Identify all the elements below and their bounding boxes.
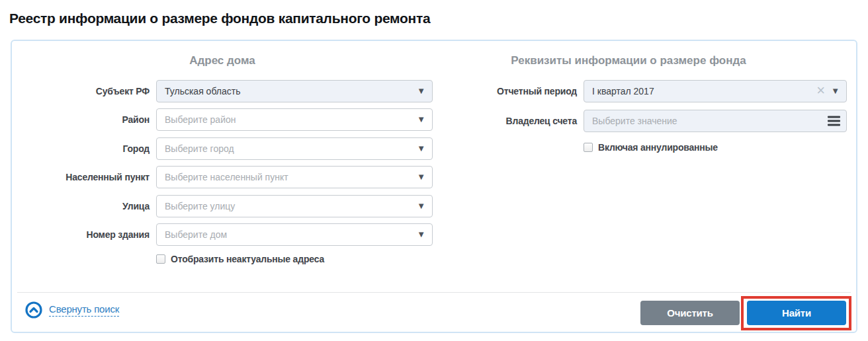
chevron-down-icon[interactable]: ▼	[417, 172, 425, 181]
chevron-down-icon[interactable]: ▼	[417, 144, 425, 153]
street-placeholder: Выберите улицу	[165, 201, 235, 211]
include-annulled-label: Включая аннулированные	[598, 142, 718, 153]
chevron-down-icon[interactable]: ▼	[417, 202, 425, 210]
clear-button[interactable]: Очистить	[640, 301, 740, 325]
account-owner-label: Владелец счета	[435, 116, 584, 126]
settlement-placeholder: Выберите населенный пункт	[165, 172, 288, 182]
collapse-search-label[interactable]: Свернуть поиск	[49, 303, 119, 317]
chevron-up-circle-icon[interactable]	[25, 301, 42, 319]
row-report-period: Отчетный период I квартал 2017 × ▼	[435, 80, 852, 102]
building-number-label: Номер здания	[12, 229, 156, 240]
include-annulled-checkbox[interactable]: Включая аннулированные	[584, 142, 718, 153]
row-subject-rf: Субъект РФ Тульская область ▼	[12, 80, 449, 102]
account-owner-dropdown[interactable]: Выберите значение	[584, 110, 847, 132]
row-building-number: Номер здания Выберите дом ▼	[12, 223, 449, 246]
settlement-dropdown[interactable]: Выберите населенный пункт ▼	[156, 166, 433, 188]
district-placeholder: Выберите район	[165, 114, 236, 125]
row-account-owner: Владелец счета Выберите значение	[435, 110, 852, 132]
report-period-dropdown[interactable]: I квартал 2017 × ▼	[584, 80, 847, 102]
address-section-title: Адрес дома	[12, 54, 433, 67]
chevron-down-icon[interactable]: ▼	[417, 87, 425, 95]
chevron-down-icon[interactable]: ▼	[831, 87, 840, 95]
collapse-search-link[interactable]: Свернуть поиск	[25, 301, 119, 319]
row-city: Город Выберите город ▼	[12, 137, 449, 160]
row-settlement: Населенный пункт Выберите населенный пун…	[12, 166, 449, 188]
hamburger-menu-icon[interactable]	[828, 116, 840, 126]
subject-rf-dropdown[interactable]: Тульская область ▼	[156, 80, 433, 102]
checkbox-icon[interactable]	[584, 143, 593, 152]
subject-rf-value: Тульская область	[165, 86, 240, 96]
city-placeholder: Выберите город	[165, 143, 234, 154]
chevron-down-icon[interactable]: ▼	[417, 230, 425, 239]
city-dropdown[interactable]: Выберите город ▼	[156, 137, 433, 160]
checkbox-icon[interactable]	[156, 254, 165, 264]
show-inactive-addresses-checkbox[interactable]: Отобразить неактуальные адреса	[156, 254, 324, 264]
fund-section-title: Реквизиты информации о размере фонда	[435, 54, 822, 67]
search-button[interactable]: Найти	[747, 301, 846, 325]
show-inactive-addresses-label: Отобразить неактуальные адреса	[171, 254, 324, 264]
page-title: Реестр информации о размере фондов капит…	[9, 11, 430, 26]
row-district: Район Выберите район ▼	[12, 108, 449, 131]
building-number-placeholder: Выберите дом	[165, 229, 227, 240]
street-label: Улица	[12, 201, 156, 211]
footer-divider	[17, 292, 851, 293]
chevron-down-icon[interactable]: ▼	[417, 115, 425, 124]
building-number-dropdown[interactable]: Выберите дом ▼	[156, 223, 433, 246]
district-dropdown[interactable]: Выберите район ▼	[156, 108, 433, 131]
account-owner-placeholder: Выберите значение	[592, 116, 677, 126]
subject-rf-label: Субъект РФ	[12, 86, 156, 96]
search-filters-panel: Адрес дома Реквизиты информации о размер…	[11, 40, 857, 333]
settlement-label: Населенный пункт	[12, 172, 156, 182]
report-period-value: I квартал 2017	[592, 86, 654, 96]
district-label: Район	[12, 114, 156, 125]
clear-icon[interactable]: ×	[816, 83, 825, 98]
city-label: Город	[12, 143, 156, 154]
row-street: Улица Выберите улицу ▼	[12, 195, 449, 217]
street-dropdown[interactable]: Выберите улицу ▼	[156, 195, 433, 217]
report-period-label: Отчетный период	[435, 86, 584, 96]
